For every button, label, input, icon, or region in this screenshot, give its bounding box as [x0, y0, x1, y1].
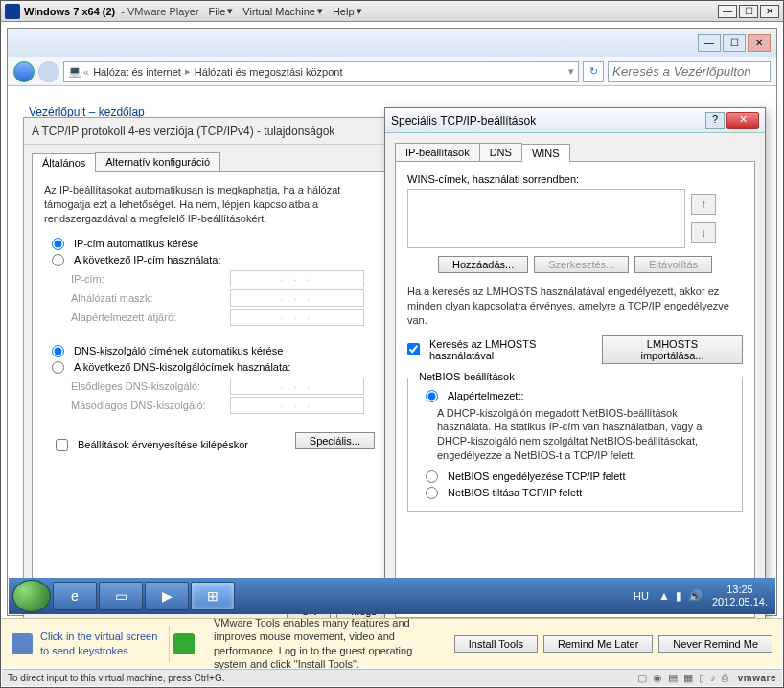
- explorer-address-bar: 💻 « Hálózat és internet ▸ Hálózati és me…: [8, 57, 776, 86]
- dns1-label: Elsődleges DNS-kiszolgáló:: [71, 380, 224, 392]
- menu-file[interactable]: File ▾: [209, 5, 234, 17]
- netbios-settings-group: NetBIOS-beállítások Alapértelmezett: A D…: [407, 378, 743, 512]
- advanced-close-button[interactable]: ✕: [726, 112, 759, 129]
- radio-netbios-enable[interactable]: [426, 470, 438, 483]
- taskbar-control-panel-icon[interactable]: ⊞: [191, 582, 235, 610]
- refresh-button[interactable]: ↻: [583, 61, 604, 82]
- ipv4-properties-window: A TCP/IP protokoll 4-es verziója (TCP/IP…: [23, 117, 402, 644]
- nav-back-button[interactable]: [13, 61, 35, 82]
- status-text: To direct input to this virtual machine,…: [8, 673, 224, 683]
- taskbar-explorer-icon[interactable]: ▭: [99, 582, 143, 610]
- advanced-titlebar: Speciális TCP/IP-beállítások ? ✕: [385, 108, 765, 133]
- breadcrumb-level2[interactable]: Hálózati és megosztási központ: [195, 66, 343, 78]
- taskbar-ie-icon[interactable]: e: [53, 582, 97, 610]
- vmware-logo-icon: [5, 4, 20, 19]
- breadcrumb-level1[interactable]: Hálózat és internet: [93, 66, 181, 78]
- start-button[interactable]: [12, 580, 51, 612]
- move-up-button[interactable]: ↑: [691, 194, 716, 215]
- netbios-default-description: A DHCP-kiszolgálón megadott NetBIOS-beál…: [437, 406, 732, 463]
- radio-netbios-default[interactable]: [426, 390, 438, 402]
- vmware-player-window: Windows 7 x64 (2) - VMware Player File ▾…: [0, 0, 784, 688]
- advanced-tcpip-window: Speciális TCP/IP-beállítások ? ✕ IP-beál…: [384, 107, 766, 654]
- radio-ip-manual[interactable]: [52, 254, 64, 266]
- menu-help[interactable]: Help ▾: [333, 5, 362, 17]
- wins-add-button[interactable]: Hozzáadás...: [438, 256, 528, 273]
- device-printer-icon[interactable]: ⎙: [722, 672, 728, 684]
- dns2-input: . . .: [230, 397, 364, 414]
- click-screen-link[interactable]: Click in the virtual screen to send keys…: [40, 630, 165, 657]
- tray-flag-icon[interactable]: ▲: [658, 589, 670, 603]
- taskbar-media-icon[interactable]: ▶: [145, 582, 189, 610]
- wins-address-list[interactable]: [407, 189, 685, 248]
- menu-virtual-machine[interactable]: Virtual Machine ▾: [242, 5, 323, 17]
- dns2-label: Másodlagos DNS-kiszolgáló:: [71, 400, 224, 411]
- vmware-tools-message: VMware Tools enables many features and i…: [214, 616, 443, 671]
- vmware-minimize-button[interactable]: —: [718, 5, 737, 18]
- explorer-maximize-button[interactable]: ☐: [723, 34, 746, 52]
- device-hdd-icon[interactable]: ▢: [637, 672, 647, 684]
- device-sound-icon[interactable]: ♪: [710, 672, 716, 684]
- advanced-help-button[interactable]: ?: [705, 112, 725, 129]
- tray-volume-icon[interactable]: 🔊: [688, 589, 703, 603]
- vmware-menu: File ▾ Virtual Machine ▾ Help ▾: [209, 5, 362, 17]
- subnet-mask-input: . . .: [230, 289, 364, 307]
- radio-dns-manual[interactable]: [52, 361, 64, 374]
- move-down-button[interactable]: ↓: [691, 222, 716, 243]
- tab-alternative-config[interactable]: Alternatív konfiguráció: [95, 152, 220, 171]
- tab-wins[interactable]: WINS: [521, 144, 570, 162]
- guest-screen: — ☐ ✕ 💻 « Hálózat és internet ▸ Hálózati…: [7, 28, 777, 616]
- vm-title-suffix: - VMware Player: [121, 6, 198, 17]
- control-panel-body: Vezérlőpult – kezdőlap A TCP/IP protokol…: [8, 86, 776, 615]
- radio-ip-auto[interactable]: [52, 238, 64, 250]
- lmhosts-lookup-checkbox[interactable]: [407, 343, 420, 355]
- vmware-device-icons: ▢ ◉ ▤ ▦ ▯ ♪ ⎙: [637, 672, 728, 684]
- lmhosts-import-button[interactable]: LMHOSTS importálása...: [602, 335, 743, 364]
- search-input[interactable]: [608, 61, 771, 82]
- device-cd-icon[interactable]: ◉: [653, 672, 662, 684]
- lmhosts-lookup-label: Keresés az LMHOSTS használatával: [429, 338, 596, 361]
- system-tray: HU ▲ ▮ 🔊 13:25 2012.05.14.: [634, 584, 772, 608]
- vmware-tools-icon: [173, 633, 195, 654]
- dns1-input: . . .: [230, 378, 364, 395]
- vmware-maximize-button[interactable]: ☐: [739, 5, 758, 18]
- validate-on-exit-checkbox[interactable]: [56, 439, 68, 451]
- ipv4-window-title: A TCP/IP protokoll 4-es verziója (TCP/IP…: [24, 118, 401, 145]
- device-usb-icon[interactable]: ▯: [699, 672, 704, 684]
- netbios-group-title: NetBIOS-beállítások: [416, 371, 518, 382]
- device-network-icon[interactable]: ▦: [683, 672, 693, 684]
- vmware-titlebar: Windows 7 x64 (2) - VMware Player File ▾…: [1, 1, 783, 22]
- vmware-brand: vmware: [738, 673, 776, 683]
- gateway-label: Alapértelmezett átjáró:: [71, 311, 224, 323]
- radio-netbios-disable[interactable]: [426, 487, 438, 499]
- wins-edit-button: Szerkesztés...: [534, 256, 629, 273]
- ipv4-description: Az IP-beállításokat automatikusan is meg…: [44, 183, 380, 226]
- advanced-window-title: Speciális TCP/IP-beállítások: [391, 114, 705, 127]
- vm-title: Windows 7 x64 (2): [24, 6, 115, 17]
- explorer-minimize-button[interactable]: —: [698, 34, 721, 52]
- explorer-window-controls: — ☐ ✕: [8, 29, 776, 57]
- explorer-close-button[interactable]: ✕: [748, 34, 771, 52]
- radio-dns-auto[interactable]: [52, 345, 64, 357]
- tray-language[interactable]: HU: [634, 590, 649, 602]
- vmware-status-bar: To direct input to this virtual machine,…: [2, 669, 782, 686]
- ip-address-input: . . .: [230, 270, 364, 287]
- breadcrumb[interactable]: 💻 « Hálózat és internet ▸ Hálózati és me…: [63, 61, 579, 82]
- vmware-close-button[interactable]: ✕: [760, 5, 779, 18]
- nav-forward-button[interactable]: [38, 61, 59, 82]
- tab-general[interactable]: Általános: [32, 153, 96, 172]
- vmware-tools-hint: Click in the virtual screen to send keys…: [2, 618, 782, 668]
- subnet-mask-label: Alhálózati maszk:: [71, 292, 224, 304]
- tab-ip-settings[interactable]: IP-beállítások: [395, 143, 480, 161]
- tray-network-icon[interactable]: ▮: [676, 589, 682, 603]
- advanced-button[interactable]: Speciális...: [295, 432, 375, 449]
- tray-clock[interactable]: 13:25 2012.05.14.: [712, 584, 768, 608]
- remind-later-button[interactable]: Remind Me Later: [543, 635, 653, 653]
- tab-dns[interactable]: DNS: [479, 143, 522, 161]
- never-remind-button[interactable]: Never Remind Me: [658, 635, 772, 653]
- hint-screen-icon: [12, 633, 33, 654]
- device-floppy-icon[interactable]: ▤: [668, 672, 678, 684]
- windows-taskbar: e ▭ ▶ ⊞ HU ▲ ▮ 🔊 13:25 2012.05.14.: [9, 578, 775, 614]
- network-icon: 💻: [68, 65, 81, 78]
- wins-remove-button: Eltávolítás: [634, 256, 712, 273]
- install-tools-button[interactable]: Install Tools: [454, 635, 538, 653]
